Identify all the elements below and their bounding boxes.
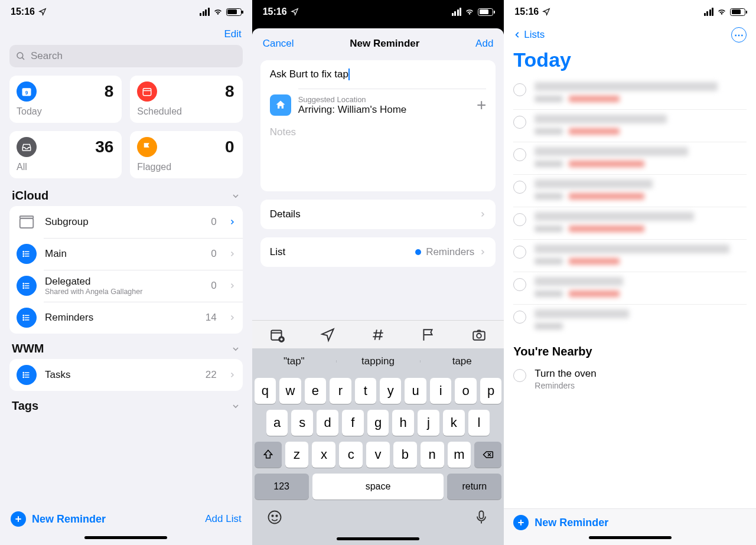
- key-r[interactable]: r: [330, 378, 351, 404]
- key-y[interactable]: y: [380, 378, 401, 404]
- key-a[interactable]: a: [266, 410, 288, 436]
- reminder-item[interactable]: Turn the oven Reminders: [513, 363, 747, 397]
- key-b[interactable]: b: [393, 442, 417, 468]
- key-z[interactable]: z: [285, 442, 309, 468]
- key-p[interactable]: p: [480, 378, 501, 404]
- key-h[interactable]: h: [392, 410, 414, 436]
- folder-icon: [17, 212, 37, 232]
- wifi-icon: [213, 8, 223, 15]
- key-u[interactable]: u: [405, 378, 426, 404]
- list-main[interactable]: Main 0: [9, 238, 243, 270]
- key-q[interactable]: q: [255, 378, 276, 404]
- home-indicator[interactable]: [337, 537, 419, 540]
- list-delegated[interactable]: DelegatedShared with Angela Gallagher 0: [9, 270, 243, 302]
- reminder-item-blurred[interactable]: [513, 110, 747, 142]
- backspace-key[interactable]: [474, 442, 501, 468]
- key-f[interactable]: f: [342, 410, 364, 436]
- reminder-sub: Reminders: [535, 381, 747, 390]
- card-all[interactable]: 36 All: [9, 131, 122, 178]
- reminder-item-blurred[interactable]: [513, 305, 747, 337]
- key-t[interactable]: t: [355, 378, 376, 404]
- edit-button[interactable]: Edit: [223, 26, 242, 45]
- hashtag-icon[interactable]: [370, 327, 386, 342]
- details-row[interactable]: Details: [260, 200, 496, 229]
- radio-unchecked[interactable]: [513, 148, 526, 161]
- card-flagged[interactable]: 0 Flagged: [130, 131, 242, 178]
- reminder-item-blurred[interactable]: [513, 175, 747, 207]
- back-button[interactable]: Lists: [513, 29, 545, 41]
- list-subgroup[interactable]: Subgroup 0: [9, 206, 243, 238]
- svg-point-49: [272, 515, 273, 517]
- 123-key[interactable]: 123: [255, 474, 309, 500]
- section-wwm[interactable]: WWM: [0, 334, 252, 359]
- chevron-right-icon: [229, 370, 236, 380]
- radio-unchecked[interactable]: [513, 83, 526, 96]
- add-list-button[interactable]: Add List: [205, 513, 241, 525]
- home-indicator[interactable]: [589, 536, 672, 539]
- radio-unchecked[interactable]: [513, 246, 526, 259]
- suggestion-3[interactable]: tape: [420, 355, 504, 367]
- add-button[interactable]: Add: [475, 38, 493, 50]
- suggested-location-row[interactable]: Suggested LocationArriving: William's Ho…: [260, 89, 496, 124]
- key-g[interactable]: g: [367, 410, 389, 436]
- radio-unchecked[interactable]: [513, 181, 526, 194]
- shift-key[interactable]: [255, 442, 282, 468]
- flag-outline-icon[interactable]: [421, 327, 436, 342]
- radio-unchecked[interactable]: [513, 278, 526, 291]
- radio-unchecked[interactable]: [513, 213, 526, 226]
- key-d[interactable]: d: [317, 410, 338, 436]
- reminder-title-input[interactable]: Ask Burt to fix tap: [260, 60, 496, 89]
- notes-input[interactable]: Notes: [260, 124, 496, 191]
- list-row[interactable]: List Reminders: [260, 237, 496, 267]
- list-reminders[interactable]: Reminders 14: [9, 302, 243, 334]
- key-j[interactable]: j: [418, 410, 439, 436]
- key-s[interactable]: s: [291, 410, 313, 436]
- key-c[interactable]: c: [339, 442, 363, 468]
- key-k[interactable]: k: [443, 410, 465, 436]
- key-o[interactable]: o: [455, 378, 476, 404]
- space-key[interactable]: space: [312, 474, 444, 500]
- return-key[interactable]: return: [447, 474, 501, 500]
- blurred-sub: [535, 128, 563, 135]
- key-n[interactable]: n: [421, 442, 444, 468]
- reminder-item-blurred[interactable]: [513, 207, 747, 240]
- key-w[interactable]: w: [279, 378, 301, 404]
- plus-icon[interactable]: +: [477, 96, 486, 115]
- camera-icon[interactable]: [471, 327, 487, 342]
- section-icloud[interactable]: iCloud: [0, 181, 252, 206]
- new-reminder-button[interactable]: New Reminder: [513, 515, 747, 530]
- section-tags[interactable]: Tags: [0, 391, 252, 416]
- new-reminder-button[interactable]: New Reminder: [11, 511, 106, 527]
- location-icon[interactable]: [320, 327, 335, 342]
- radio-unchecked[interactable]: [513, 116, 526, 129]
- key-e[interactable]: e: [305, 378, 326, 404]
- location-arrow-icon: [291, 8, 299, 16]
- calendar-add-icon[interactable]: [269, 327, 285, 342]
- key-m[interactable]: m: [448, 442, 471, 468]
- list-tasks[interactable]: Tasks 22: [9, 359, 243, 391]
- mic-icon[interactable]: [473, 509, 490, 526]
- search-input[interactable]: Search: [9, 45, 243, 67]
- key-l[interactable]: l: [468, 410, 490, 436]
- more-button[interactable]: ⋯: [731, 27, 747, 43]
- radio-unchecked[interactable]: [513, 369, 526, 382]
- home-indicator[interactable]: [84, 536, 167, 539]
- cancel-button[interactable]: Cancel: [263, 38, 294, 50]
- blurred-title: [535, 147, 688, 156]
- suggestion-1[interactable]: "tap": [252, 355, 336, 367]
- svg-rect-5: [144, 89, 152, 96]
- key-x[interactable]: x: [312, 442, 335, 468]
- status-time: 15:16: [11, 6, 35, 17]
- radio-unchecked[interactable]: [513, 311, 526, 324]
- emoji-icon[interactable]: [266, 509, 283, 526]
- suggestion-2[interactable]: tapping: [336, 355, 420, 367]
- reminder-item-blurred[interactable]: [513, 77, 747, 110]
- key-v[interactable]: v: [366, 442, 390, 468]
- svg-rect-8: [20, 216, 34, 218]
- reminder-item-blurred[interactable]: [513, 142, 747, 175]
- key-i[interactable]: i: [430, 378, 451, 404]
- reminder-item-blurred[interactable]: [513, 240, 747, 272]
- card-today[interactable]: 9 8 Today: [9, 76, 122, 123]
- reminder-item-blurred[interactable]: [513, 272, 747, 305]
- card-scheduled[interactable]: 8 Scheduled: [130, 76, 242, 123]
